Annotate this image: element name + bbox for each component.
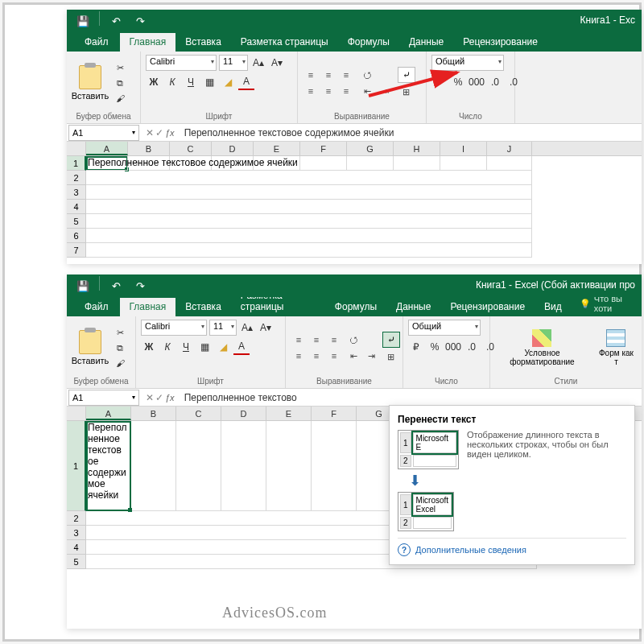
wrap-text-button[interactable]: ⤶ <box>398 67 415 83</box>
underline-button[interactable]: Ч <box>183 74 199 90</box>
align-right-icon[interactable]: ≡ <box>326 349 342 363</box>
cell[interactable] <box>300 156 347 171</box>
align-top-icon[interactable]: ≡ <box>303 68 319 82</box>
save-icon[interactable]: 💾 <box>72 11 94 31</box>
cell[interactable] <box>86 229 532 243</box>
decrease-indent-icon[interactable]: ⇤ <box>345 349 361 363</box>
cell[interactable] <box>131 421 176 511</box>
cell-a1[interactable]: Переполненное текстовое содержимое ячейк… <box>86 156 128 171</box>
tab-data[interactable]: Данные <box>386 298 440 316</box>
currency-icon[interactable]: ₽ <box>408 339 424 355</box>
cell[interactable] <box>86 200 532 214</box>
cell[interactable] <box>440 156 487 171</box>
row-header[interactable]: 7 <box>67 243 86 258</box>
cancel-icon[interactable]: ✕ <box>146 392 154 403</box>
orientation-icon[interactable]: ⭯ <box>345 332 361 347</box>
tab-page-layout[interactable]: Разметка страницы <box>231 33 338 52</box>
fx-icon[interactable]: ƒx <box>165 128 175 138</box>
col-header[interactable]: B <box>131 407 176 420</box>
tab-review[interactable]: Рецензирование <box>453 33 547 52</box>
fill-color-button[interactable]: ◢ <box>215 339 231 355</box>
col-header[interactable]: D <box>221 407 266 420</box>
tab-file[interactable]: Файл <box>73 298 120 316</box>
font-name-combo[interactable]: Calibri▾ <box>146 55 217 71</box>
percent-icon[interactable]: % <box>450 74 466 90</box>
fill-color-button[interactable]: ◢ <box>220 74 236 90</box>
merge-button[interactable]: ⊞ <box>382 349 398 364</box>
align-middle-icon[interactable]: ≡ <box>320 68 336 82</box>
tab-review[interactable]: Рецензирование <box>440 298 535 316</box>
increase-font-icon[interactable]: A▴ <box>250 55 266 71</box>
increase-indent-icon[interactable]: ⇥ <box>377 84 393 98</box>
cancel-icon[interactable]: ✕ <box>146 127 154 138</box>
tab-insert[interactable]: Вставка <box>175 298 231 316</box>
cell[interactable] <box>86 214 532 229</box>
name-box[interactable]: A1▾ <box>68 390 139 406</box>
row-header[interactable]: 2 <box>67 511 86 526</box>
redo-icon[interactable]: ↷ <box>129 11 151 31</box>
increase-font-icon[interactable]: A▴ <box>239 320 255 336</box>
row-header[interactable]: 1 <box>67 421 86 511</box>
tab-file[interactable]: Файл <box>73 33 120 52</box>
name-box[interactable]: A1▾ <box>68 125 139 141</box>
cut-icon[interactable]: ✂ <box>112 60 128 75</box>
tab-formulas[interactable]: Формулы <box>338 33 399 52</box>
cell[interactable] <box>176 421 221 511</box>
currency-icon[interactable]: ₽ <box>431 74 448 90</box>
percent-icon[interactable]: % <box>427 339 443 355</box>
align-right-icon[interactable]: ≡ <box>338 84 354 98</box>
font-color-button[interactable]: A <box>233 339 250 355</box>
tab-data[interactable]: Данные <box>399 33 453 52</box>
copy-icon[interactable]: ⧉ <box>112 341 128 355</box>
col-header[interactable]: F <box>300 142 347 155</box>
enter-icon[interactable]: ✓ <box>155 392 163 403</box>
row-header[interactable]: 4 <box>67 540 86 555</box>
cell[interactable] <box>86 243 532 258</box>
align-left-icon[interactable]: ≡ <box>303 84 319 98</box>
cell[interactable] <box>221 421 266 511</box>
increase-indent-icon[interactable]: ⇥ <box>363 349 379 363</box>
italic-button[interactable]: К <box>164 74 180 90</box>
cell[interactable] <box>86 185 532 200</box>
font-size-combo[interactable]: 11▾ <box>209 320 237 336</box>
formula-bar[interactable]: Переполненное текстово <box>180 390 642 405</box>
row-header[interactable]: 3 <box>67 526 86 540</box>
cut-icon[interactable]: ✂ <box>112 325 128 340</box>
row-header[interactable]: 2 <box>67 171 86 185</box>
format-as-table-button[interactable]: Форм как т <box>596 328 637 368</box>
row-header[interactable]: 3 <box>67 185 86 200</box>
number-format-combo[interactable]: Общий▾ <box>408 320 481 336</box>
col-header[interactable]: G <box>347 142 394 155</box>
redo-icon[interactable]: ↷ <box>129 276 151 295</box>
row-header[interactable]: 1 <box>67 156 86 171</box>
row-header[interactable]: 5 <box>67 555 86 569</box>
align-middle-icon[interactable]: ≡ <box>308 332 324 347</box>
cell[interactable] <box>394 156 440 171</box>
row-header[interactable]: 6 <box>67 229 86 243</box>
border-button[interactable]: ▦ <box>196 339 213 355</box>
bold-button[interactable]: Ж <box>141 339 157 355</box>
align-bottom-icon[interactable]: ≡ <box>326 332 342 347</box>
decrease-decimal-icon[interactable]: .0 <box>506 74 522 90</box>
font-size-combo[interactable]: 11▾ <box>219 55 248 71</box>
increase-decimal-icon[interactable]: .0 <box>464 339 480 355</box>
tooltip-more-info-link[interactable]: Дополнительные сведения <box>398 538 626 556</box>
cell[interactable] <box>266 421 312 511</box>
underline-button[interactable]: Ч <box>178 339 194 355</box>
undo-icon[interactable]: ↶ <box>105 276 127 295</box>
align-center-icon[interactable]: ≡ <box>320 84 336 98</box>
border-button[interactable]: ▦ <box>201 74 217 90</box>
cell[interactable] <box>86 171 532 185</box>
undo-icon[interactable]: ↶ <box>105 11 127 31</box>
cell-a1-wrapped[interactable]: Перепол ненное текстов ое содержи мое яч… <box>86 421 131 511</box>
decrease-indent-icon[interactable]: ⇤ <box>359 84 375 98</box>
spreadsheet-grid[interactable]: A B C D E F G H I J 1 Переполненное текс… <box>67 142 642 261</box>
align-bottom-icon[interactable]: ≡ <box>338 68 354 82</box>
paste-button[interactable]: Вставить <box>72 330 109 365</box>
col-header[interactable]: J <box>487 142 532 155</box>
col-header[interactable]: A <box>86 142 128 155</box>
col-header[interactable]: F <box>312 407 357 420</box>
col-header[interactable]: I <box>440 142 487 155</box>
col-header[interactable]: E <box>266 407 312 420</box>
format-painter-icon[interactable]: 🖌 <box>112 356 128 370</box>
